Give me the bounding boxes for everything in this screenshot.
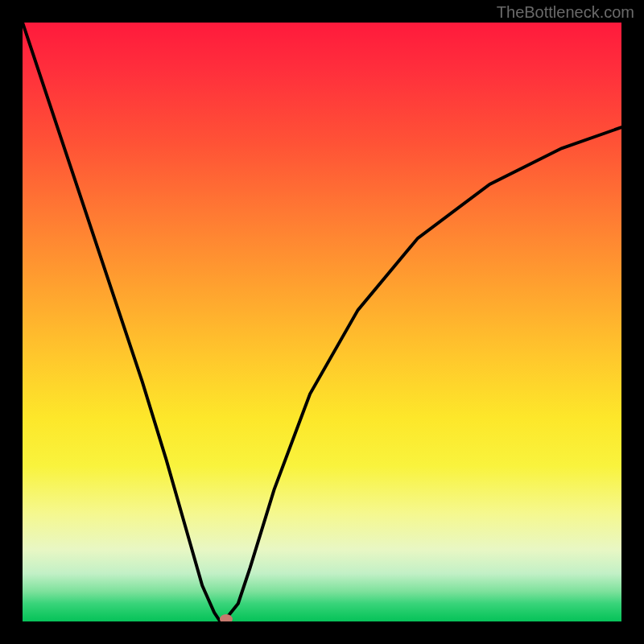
chart-plot-area xyxy=(23,23,621,621)
chart-curve-svg xyxy=(23,23,621,621)
watermark-text: TheBottleneck.com xyxy=(497,3,634,22)
bottleneck-curve xyxy=(23,23,621,621)
